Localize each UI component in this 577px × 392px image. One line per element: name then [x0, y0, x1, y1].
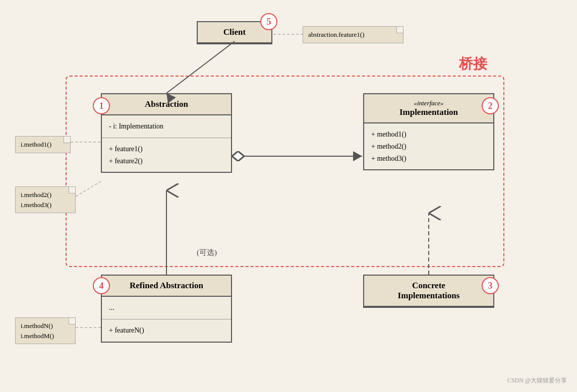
- abstraction-section1: - i: Implementation: [102, 115, 231, 138]
- badge-3: 3: [482, 277, 499, 294]
- implementation-methods: + method1() + method2() + method3(): [364, 123, 493, 169]
- note-method23: i.method2() i.method3(): [15, 186, 76, 213]
- badge-4: 4: [93, 277, 110, 294]
- implementation-box: «interface» Implementation + method1() +…: [363, 93, 494, 170]
- badge-2: 2: [482, 97, 499, 114]
- abstraction-section2: + feature1() + feature2(): [102, 138, 231, 172]
- concrete-title: Concrete Implementations: [364, 276, 493, 307]
- watermark: CSDN @大猩猩爱分享: [507, 376, 567, 385]
- note-feature1: abstraction.feature1(): [303, 26, 403, 43]
- badge-1: 1: [93, 97, 110, 114]
- abstraction-title: Abstraction: [102, 94, 231, 115]
- concrete-implementations-box: Concrete Implementations: [363, 275, 494, 308]
- note-methodNM: i.methodN() i.methodM(): [15, 317, 76, 344]
- refined-abstraction-title: Refined Abstraction: [102, 276, 231, 297]
- badge-5: 5: [260, 13, 277, 30]
- bridge-label: 桥接: [459, 54, 487, 74]
- note-optional: (可选): [197, 248, 217, 257]
- diagram-container: 桥接 Client 5 abstraction.feature1() Abstr…: [0, 0, 577, 392]
- abstraction-box: Abstraction - i: Implementation + featur…: [101, 93, 232, 173]
- implementation-title: «interface» Implementation: [364, 94, 493, 123]
- client-title: Client: [198, 22, 271, 43]
- refined-abstraction-box: Refined Abstraction ... + featureN(): [101, 275, 232, 343]
- note-method1: i.method1(): [15, 136, 71, 153]
- refined-abstraction-section2: + featureN(): [102, 319, 231, 342]
- refined-abstraction-section1: ...: [102, 297, 231, 319]
